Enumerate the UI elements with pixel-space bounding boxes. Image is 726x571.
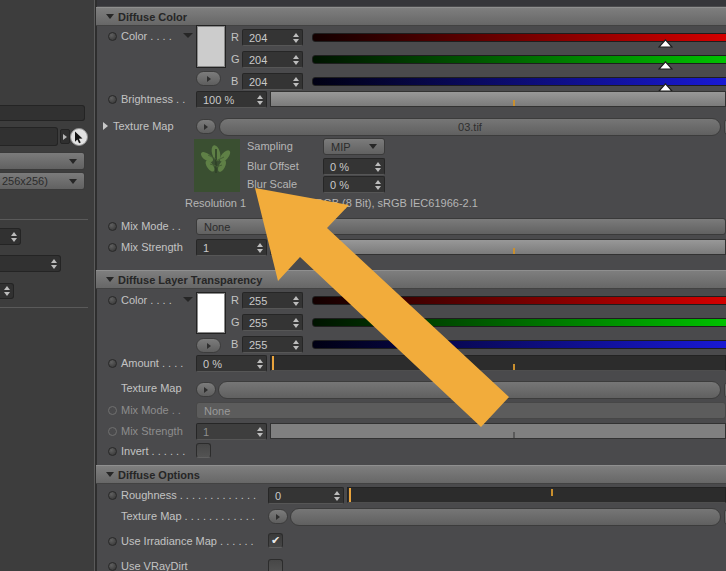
texture-file-field[interactable]: 03.tif [219,118,721,136]
color-options-caret[interactable] [183,33,193,38]
stepper-arrows[interactable] [293,77,299,87]
invert-checkbox[interactable] [196,443,211,458]
stepper-arrows[interactable] [375,180,381,190]
collapse-icon [106,277,114,282]
brightness-anim-dot[interactable] [108,95,117,104]
invert-label: Invert . . . . . . [121,443,185,460]
stepper-arrows[interactable] [293,296,299,306]
t-color-anim-dot[interactable] [108,296,117,305]
mix-strength-slider[interactable] [270,239,726,255]
t-g-stepper[interactable]: 255 [242,314,303,331]
brightness-default-tick [513,100,515,106]
use-vraydirt-label: Use VRayDirt [121,558,188,571]
sampling-dropdown[interactable]: MIP [323,138,385,155]
mix-mode-value: None [204,221,230,233]
stepper-arrows[interactable] [257,359,263,369]
t-r-slider[interactable] [312,296,726,305]
transparency-color-swatch[interactable] [196,292,226,334]
blur-offset-stepper[interactable]: 0 % [323,158,385,175]
stepper-arrows[interactable] [375,162,381,172]
link-expand-button[interactable] [60,129,70,144]
mix-strength-stepper[interactable]: 1 [196,239,267,256]
texture-expander-icon[interactable] [103,122,108,130]
b-stepper[interactable]: 204 [242,73,303,90]
r-slider-handle[interactable] [658,39,673,48]
texture-expand-button[interactable] [196,119,216,134]
amount-anim-dot[interactable] [108,359,117,368]
amount-default-tick [513,364,515,370]
t-mix-strength-stepper: 1 [196,423,267,440]
t-color-expand-button[interactable] [196,338,221,353]
brightness-label: Brightness . . [121,91,185,108]
pick-object-button[interactable] [70,128,88,146]
o-texture-expand-button[interactable] [268,509,288,524]
vraydirt-anim-dot[interactable] [108,562,117,571]
b-label: B [231,73,238,90]
mix-mode-dropdown[interactable]: None [196,218,726,235]
t-texture-file-field[interactable] [218,381,721,399]
stepper-arrows[interactable] [334,491,340,501]
r-stepper[interactable]: 204 [242,29,303,46]
material-name-field[interactable] [0,105,85,121]
top-clipped-strip [97,0,726,6]
use-irradiance-checkbox[interactable]: ✔ [268,533,283,548]
section-header-diffuse-options[interactable]: Diffuse Options [96,465,726,484]
use-irradiance-label: Use Irradiance Map . . . . . . [121,533,254,550]
brightness-slider[interactable] [270,91,726,107]
stepper-arrows[interactable] [4,286,10,296]
material-editor-window: 256x256) Diffuse Color Color . . . . R 2… [0,0,726,571]
section-header-transparency[interactable]: Diffuse Layer Transparency [96,270,726,289]
texture-thumbnail[interactable] [194,139,240,192]
expand-right-icon [207,76,211,82]
use-vraydirt-checkbox[interactable] [268,559,283,571]
stepper-arrows [257,427,263,437]
link-field[interactable] [0,127,58,146]
g-stepper[interactable]: 204 [242,51,303,68]
t-texture-expand-button[interactable] [196,382,216,397]
mix-strength-anim-dot[interactable] [108,243,117,252]
irradiance-anim-dot[interactable] [108,537,117,546]
brightness-value: 100 % [203,94,254,106]
diffuse-color-swatch[interactable] [196,25,226,68]
stepper-arrows[interactable] [51,259,57,269]
t-color-options-caret[interactable] [183,297,193,302]
stepper-arrows[interactable] [293,33,299,43]
section-header-diffuse-color[interactable]: Diffuse Color [96,7,726,26]
left-stepper-1[interactable] [0,228,21,245]
g-slider-handle[interactable] [658,61,673,70]
t-b-stepper[interactable]: 255 [242,336,303,353]
o-texture-file-field[interactable] [290,508,721,526]
color-expand-button[interactable] [196,71,221,86]
roughness-anim-dot[interactable] [108,491,117,500]
stepper-arrows[interactable] [11,232,17,242]
t-g-slider[interactable] [312,318,726,327]
r-label: R [231,29,239,46]
brightness-stepper[interactable]: 100 % [196,91,267,108]
preview-type-dropdown[interactable] [0,152,85,170]
invert-anim-dot[interactable] [108,447,117,456]
amount-stepper[interactable]: 0 % [196,355,267,372]
collapse-icon [106,472,114,477]
stepper-arrows[interactable] [293,318,299,328]
roughness-slider[interactable] [347,487,726,503]
roughness-stepper[interactable]: 0 [268,487,344,504]
stepper-arrows[interactable] [257,243,263,253]
roughness-slider-cursor[interactable] [349,488,351,502]
preview-size-dropdown[interactable]: 256x256) [0,172,85,190]
roughness-label: Roughness . . . . . . . . . . . . . [121,487,256,504]
t-b-slider[interactable] [312,340,726,349]
stepper-arrows[interactable] [257,95,263,105]
left-stepper-2[interactable] [0,255,61,272]
mix-mode-anim-dot[interactable] [108,222,117,231]
amount-slider-cursor[interactable] [272,356,274,370]
color-anim-dot[interactable] [108,32,117,41]
t-r-stepper[interactable]: 255 [242,292,303,309]
roughness-default-tick [551,489,553,496]
left-stepper-3[interactable] [0,283,14,299]
mix-strength-default-tick [513,248,515,254]
stepper-arrows[interactable] [293,340,299,350]
amount-slider[interactable] [270,355,726,371]
stepper-arrows[interactable] [293,55,299,65]
amount-label: Amount . . . . [121,355,183,372]
blur-scale-stepper[interactable]: 0 % [323,176,385,193]
